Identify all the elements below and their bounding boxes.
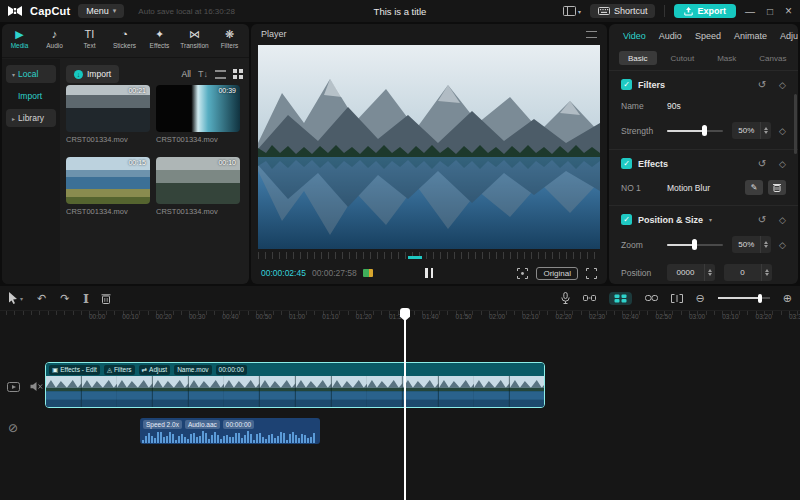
- zoom-in-icon[interactable]: ⊕: [783, 292, 792, 305]
- audio-waveform: [142, 430, 318, 443]
- player-menu-icon[interactable]: [586, 31, 597, 38]
- chevron-down-icon: ▾: [20, 295, 23, 302]
- sort-icon[interactable]: T↓: [198, 69, 208, 79]
- shortcut-button[interactable]: Shortcut: [590, 4, 656, 18]
- split-view-icon[interactable]: [671, 294, 683, 303]
- scale-dropdown[interactable]: Original: [536, 267, 578, 280]
- fullscreen-icon[interactable]: [586, 268, 597, 279]
- audio-speed-badge: Speed 2.0x: [143, 420, 182, 429]
- record-voiceover-button[interactable]: [561, 292, 570, 304]
- magnet-icon[interactable]: [609, 292, 632, 305]
- audio-track-mute-icon[interactable]: ⊘: [8, 421, 18, 435]
- divider: [664, 5, 665, 17]
- fit-screen-icon[interactable]: [517, 268, 528, 279]
- keyframe-icon[interactable]: ◇: [779, 80, 786, 90]
- layout-panels-icon[interactable]: ▾: [563, 6, 581, 16]
- undo-button[interactable]: ↶: [37, 292, 46, 305]
- overlap-mode-icon[interactable]: [583, 294, 596, 302]
- timeline-zoom-slider[interactable]: [718, 297, 770, 299]
- filter-all-dropdown[interactable]: All: [182, 69, 191, 79]
- close-icon[interactable]: ×: [785, 4, 792, 18]
- edit-effect-button[interactable]: ✎: [745, 180, 763, 195]
- ruler-label: 00:20: [156, 313, 189, 320]
- zoom-value-box[interactable]: 50%: [732, 236, 771, 253]
- zoom-out-icon[interactable]: ⊖: [696, 292, 705, 305]
- video-track-mute-icon[interactable]: [30, 381, 43, 392]
- reset-icon[interactable]: ↺: [758, 158, 766, 169]
- position-y-box[interactable]: 0: [724, 264, 772, 281]
- menu-button[interactable]: Menu ▾: [78, 4, 124, 18]
- video-clip[interactable]: ▣ Effects - Edit ◬ Filters ⇄ Adjust Name…: [45, 362, 545, 408]
- stepper-icon[interactable]: [760, 122, 771, 139]
- panel-tab[interactable]: TI Text: [72, 24, 107, 57]
- panel-tab[interactable]: ❋ Filters: [212, 24, 247, 57]
- strength-slider[interactable]: [667, 130, 723, 132]
- keyframe-icon[interactable]: ◇: [779, 240, 786, 250]
- panel-tab[interactable]: ▶ Media: [2, 24, 37, 57]
- video-track-toggle-icon[interactable]: [7, 382, 20, 392]
- inspector-tab[interactable]: Video: [623, 31, 646, 41]
- clip-badge-label: Filters: [114, 366, 132, 373]
- inspector-tab[interactable]: Speed: [695, 31, 721, 41]
- current-timecode: 00:00:02:45: [261, 268, 306, 278]
- audio-filename: Audio.aac: [185, 420, 220, 429]
- inspector-subtab[interactable]: Canvas: [750, 51, 795, 65]
- grid-view-icon[interactable]: [233, 69, 243, 79]
- keyframe-marks: [408, 256, 422, 259]
- zoom-slider[interactable]: [667, 244, 723, 246]
- stepper-icon[interactable]: [761, 264, 772, 281]
- duration-badge: 00:39: [218, 87, 236, 94]
- inspector-tab[interactable]: Animate: [734, 31, 767, 41]
- effects-checkbox[interactable]: ✓: [621, 158, 632, 169]
- inspector-subtab[interactable]: Cutout: [662, 51, 704, 65]
- pause-button[interactable]: [425, 268, 433, 278]
- sidebar-item[interactable]: ▸ Library: [6, 109, 56, 127]
- minimize-icon[interactable]: —: [745, 6, 755, 17]
- link-clips-icon[interactable]: [645, 294, 658, 302]
- media-thumbnail[interactable]: 00:39: [156, 85, 240, 132]
- menu-label: Menu: [86, 6, 109, 16]
- keyframe-icon[interactable]: ◇: [779, 126, 786, 136]
- clip-badge[interactable]: ⇄ Adjust: [139, 365, 171, 375]
- collapse-icon[interactable]: ▾: [709, 216, 712, 223]
- position-size-checkbox[interactable]: ✓: [621, 214, 632, 225]
- redo-button[interactable]: ↷: [60, 292, 69, 305]
- panel-tab[interactable]: ✦ Effects: [142, 24, 177, 57]
- scrollbar[interactable]: [794, 94, 797, 154]
- clip-badge[interactable]: ◬ Filters: [104, 365, 135, 375]
- stepper-icon[interactable]: [760, 236, 771, 253]
- inspector-tab[interactable]: Adjust: [780, 31, 798, 41]
- clip-badge[interactable]: ▣ Effects - Edit: [49, 365, 100, 375]
- filters-checkbox[interactable]: ✓: [621, 79, 632, 90]
- reset-icon[interactable]: ↺: [758, 79, 766, 90]
- video-preview[interactable]: [258, 45, 600, 249]
- media-thumbnail[interactable]: 00:15: [66, 157, 150, 204]
- list-view-icon[interactable]: [215, 70, 226, 79]
- keyframe-icon[interactable]: ◇: [779, 159, 786, 169]
- sidebar-item[interactable]: ▾ Local: [6, 65, 56, 83]
- strength-value-box[interactable]: 50%: [732, 122, 771, 139]
- stepper-icon[interactable]: [704, 264, 715, 281]
- import-button[interactable]: ↓ Import: [66, 65, 119, 83]
- panel-tab[interactable]: ♪ Audio: [37, 24, 72, 57]
- select-tool-button[interactable]: ▾: [8, 292, 23, 304]
- panel-tab[interactable]: ⋈ Transition: [177, 24, 212, 57]
- inspector-subtab[interactable]: Mask: [708, 51, 745, 65]
- reset-icon[interactable]: ↺: [758, 214, 766, 225]
- delete-button[interactable]: [101, 293, 111, 304]
- media-thumbnail[interactable]: 00:10: [156, 157, 240, 204]
- inspector-tab[interactable]: Audio: [659, 31, 682, 41]
- position-x-box[interactable]: 0000: [667, 264, 715, 281]
- trash-icon: [773, 183, 781, 192]
- player-scrub-ruler[interactable]: [258, 252, 600, 259]
- keyframe-icon[interactable]: ◇: [779, 215, 786, 225]
- maximize-icon[interactable]: □: [767, 6, 773, 17]
- split-button[interactable]: ][: [83, 293, 87, 303]
- panel-tab[interactable]: ◔ Stickers: [107, 24, 142, 57]
- sidebar-item[interactable]: Import: [6, 87, 56, 105]
- inspector-subtab[interactable]: Basic: [619, 51, 657, 65]
- audio-clip[interactable]: Speed 2.0x Audio.aac 00:00:00: [140, 418, 320, 444]
- export-button[interactable]: Export: [674, 4, 736, 18]
- delete-effect-button[interactable]: [768, 180, 786, 195]
- media-thumbnail[interactable]: 00:21: [66, 85, 150, 132]
